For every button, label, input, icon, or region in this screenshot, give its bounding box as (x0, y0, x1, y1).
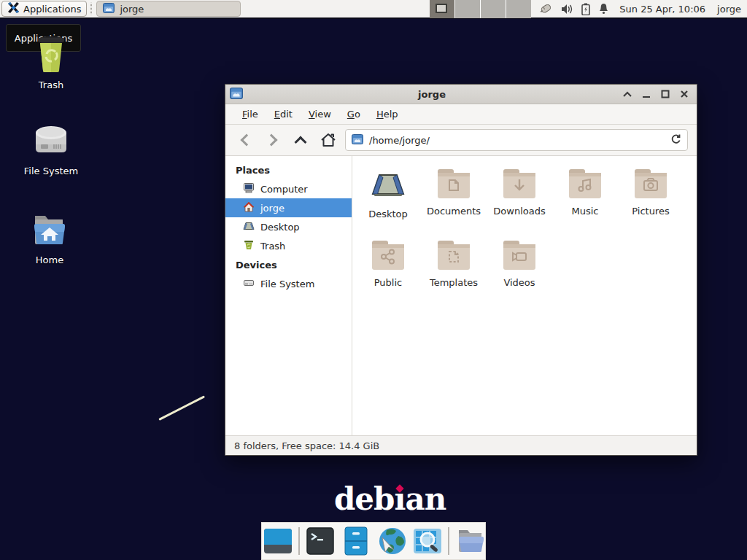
dock-separator (448, 527, 449, 555)
menu-go[interactable]: Go (339, 105, 368, 124)
panel-separator-handle[interactable] (89, 2, 93, 15)
menu-view[interactable]: View (301, 105, 339, 124)
workspace-pager (430, 0, 531, 18)
file-item-label: Public (374, 277, 402, 288)
sidebar-item-desktop[interactable]: Desktop (225, 217, 352, 236)
home-folder-icon (31, 211, 69, 250)
sidebar-item-label: File System (260, 279, 314, 289)
menu-edit[interactable]: Edit (266, 105, 301, 124)
menu-file[interactable]: File (234, 105, 266, 124)
panel-clock[interactable]: Sun 25 Apr, 10:06 (619, 4, 705, 15)
sidebar-item-trash[interactable]: Trash (225, 236, 352, 255)
desktop-icon (243, 220, 255, 234)
reload-button[interactable] (670, 133, 681, 147)
sidebar-item-label: Desktop (260, 222, 300, 233)
debian-wordmark: debıan (334, 481, 446, 518)
maximize-button[interactable] (659, 88, 672, 101)
desktop-special-icon (368, 168, 409, 205)
workspace-1[interactable] (430, 0, 455, 18)
shade-button[interactable] (621, 88, 634, 101)
file-item-music[interactable]: Music (552, 168, 618, 239)
volume-icon[interactable] (561, 4, 573, 15)
file-item-label: Templates (430, 277, 478, 288)
show-desktop-icon[interactable] (263, 526, 293, 556)
computer-icon (243, 182, 255, 196)
desktop-icon-file-system[interactable]: File System (7, 122, 95, 176)
applications-menu-label: Applications (23, 4, 81, 15)
window-controls (621, 88, 691, 101)
application-finder-icon[interactable] (412, 526, 443, 556)
folder-downloads-icon (501, 168, 538, 202)
stray-line-artifact (158, 395, 205, 420)
statusbar: 8 folders, Free space: 14.4 GiB (225, 435, 697, 455)
window-title: jorge (243, 89, 621, 100)
sidebar-header-places: Places (225, 160, 352, 179)
xfce-logo-icon (7, 1, 20, 16)
workspace-3[interactable] (481, 0, 506, 18)
menu-help[interactable]: Help (368, 105, 406, 124)
sidebar-item-computer[interactable]: Computer (225, 179, 352, 198)
up-button[interactable] (290, 129, 311, 151)
home-icon (243, 201, 255, 215)
sidebar: Places Computer (225, 156, 352, 435)
file-item-label: Downloads (493, 206, 545, 217)
file-item-public[interactable]: Public (355, 239, 421, 311)
file-manager-window: jorge File Edit View Go Help (225, 84, 697, 456)
mouse-icon[interactable] (538, 3, 553, 15)
folder-videos-icon (501, 239, 538, 273)
up-icon (295, 136, 307, 148)
desktop-icon-home[interactable]: Home (6, 211, 93, 265)
file-grid: Desktop Documents (352, 156, 697, 435)
file-item-downloads[interactable]: Downloads (487, 168, 552, 239)
hard-drive-icon (243, 277, 255, 291)
desktop-icon-trash[interactable]: Trash (7, 34, 95, 90)
desktop-icon-label: File System (24, 166, 78, 176)
wordmark-left: deb (334, 481, 394, 517)
folder-window-icon (103, 3, 115, 15)
close-button[interactable] (678, 88, 691, 101)
sidebar-item-jorge[interactable]: jorge (225, 198, 352, 217)
location-bar[interactable]: /home/jorge/ (345, 129, 688, 151)
home-icon (320, 133, 336, 147)
folder-public-icon (370, 239, 406, 273)
sidebar-header-devices: Devices (225, 255, 352, 274)
file-item-videos[interactable]: Videos (487, 239, 552, 311)
window-titlebar[interactable]: jorge (225, 85, 697, 104)
sidebar-item-label: Computer (260, 184, 308, 195)
file-item-label: Videos (503, 277, 535, 288)
path-text[interactable]: /home/jorge/ (369, 135, 665, 146)
taskbar-window-button[interactable]: jorge (96, 1, 241, 17)
sidebar-item-label: Trash (260, 241, 285, 252)
window-body: Places Computer (225, 156, 697, 435)
statusbar-text: 8 folders, Free space: 14.4 GiB (234, 440, 379, 451)
panel-user-menu[interactable]: jorge (717, 4, 741, 15)
applications-menu-button[interactable]: Applications (1, 1, 87, 17)
workspace-2[interactable] (455, 0, 481, 18)
notifications-bell-icon[interactable] (598, 3, 609, 15)
terminal-icon[interactable] (305, 526, 336, 556)
hard-drive-icon (32, 122, 70, 161)
file-item-label: Documents (427, 206, 481, 217)
file-cabinet-icon[interactable] (341, 526, 371, 556)
file-item-label: Pictures (632, 206, 669, 217)
file-item-desktop[interactable]: Desktop (355, 168, 421, 239)
back-button[interactable] (234, 129, 256, 151)
file-item-documents[interactable]: Documents (421, 168, 487, 239)
home-folder-dock-icon[interactable] (454, 526, 485, 556)
window-icon (230, 88, 243, 101)
minimize-button[interactable] (640, 88, 653, 101)
home-button[interactable] (317, 129, 339, 151)
workspace-window-thumbnail (436, 4, 447, 13)
forward-button[interactable] (262, 129, 284, 151)
file-item-templates[interactable]: Templates (421, 239, 487, 311)
web-browser-icon[interactable] (376, 526, 407, 556)
sidebar-item-file-system[interactable]: File System (225, 274, 352, 293)
sidebar-item-label: jorge (260, 203, 285, 214)
folder-pictures-icon (632, 168, 669, 202)
workspace-4[interactable] (506, 0, 531, 18)
battery-charging-icon[interactable] (581, 3, 590, 15)
trash-icon (243, 239, 255, 253)
folder-templates-icon (436, 239, 472, 273)
top-panel: Applications jorge (0, 0, 747, 19)
file-item-pictures[interactable]: Pictures (618, 168, 684, 239)
